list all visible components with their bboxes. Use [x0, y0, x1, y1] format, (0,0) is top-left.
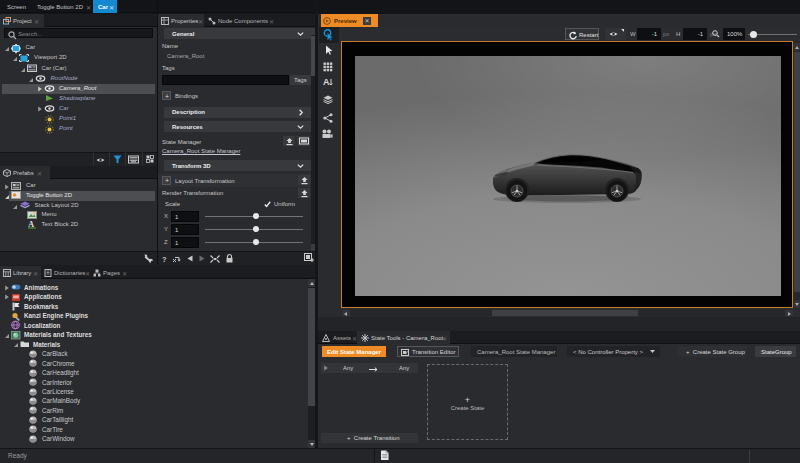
svg-text:A: A [323, 77, 330, 87]
svg-text:A: A [28, 219, 34, 228]
